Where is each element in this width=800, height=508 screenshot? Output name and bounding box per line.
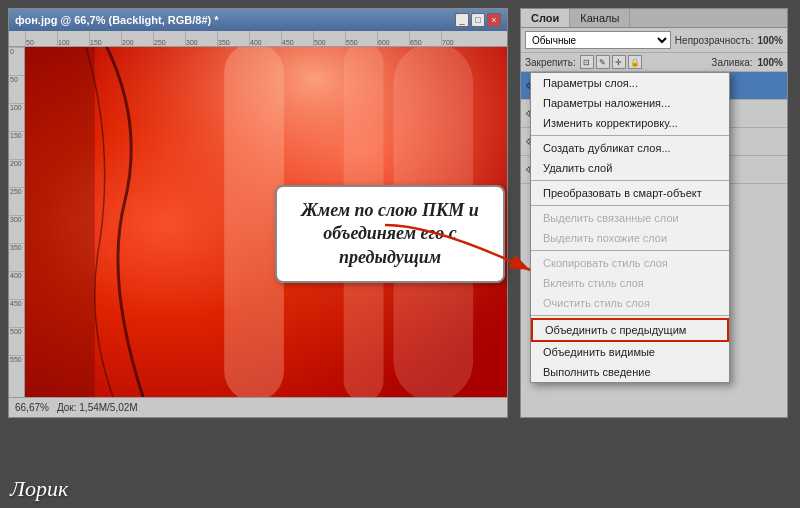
ctx-merge-down[interactable]: Объединить с предыдущим bbox=[531, 318, 729, 342]
lock-position-icon[interactable]: ✛ bbox=[612, 55, 626, 69]
v-mark: 0 bbox=[9, 47, 24, 75]
doc-info: Док: 1,54М/5,02М bbox=[57, 402, 138, 413]
v-mark: 300 bbox=[9, 215, 24, 243]
lock-all-icon[interactable]: 🔒 bbox=[628, 55, 642, 69]
v-mark: 350 bbox=[9, 243, 24, 271]
ruler-mark: 200 bbox=[121, 31, 153, 47]
v-mark: 200 bbox=[9, 159, 24, 187]
fill-label: Заливка: 100% bbox=[711, 57, 783, 68]
ruler-mark: 600 bbox=[377, 31, 409, 47]
ctx-duplicate[interactable]: Создать дубликат слоя... bbox=[531, 138, 729, 158]
v-mark: 100 bbox=[9, 103, 24, 131]
v-mark: 50 bbox=[9, 75, 24, 103]
ctx-smart-object[interactable]: Преобразовать в смарт-объект bbox=[531, 183, 729, 203]
ruler-mark: 450 bbox=[281, 31, 313, 47]
arrow-svg bbox=[375, 215, 575, 295]
lock-icons: ⊡ ✎ ✛ 🔒 bbox=[580, 55, 642, 69]
tab-channels[interactable]: Каналы bbox=[570, 9, 630, 27]
ruler-vertical: 0 50 100 150 200 250 300 350 400 450 500… bbox=[9, 47, 25, 397]
v-mark: 500 bbox=[9, 327, 24, 355]
v-mark: 550 bbox=[9, 355, 24, 383]
panel-tabs: Слои Каналы bbox=[521, 9, 787, 28]
tab-layers[interactable]: Слои bbox=[521, 9, 570, 27]
window-title: фон.jpg @ 66,7% (Backlight, RGB/8#) * bbox=[15, 14, 219, 26]
ruler-marks: 50 100 150 200 250 300 350 400 450 500 5… bbox=[25, 31, 473, 47]
minimize-button[interactable]: _ bbox=[455, 13, 469, 27]
ctx-flatten[interactable]: Выполнить сведение bbox=[531, 362, 729, 382]
ctx-divider-3 bbox=[531, 205, 729, 206]
maximize-button[interactable]: □ bbox=[471, 13, 485, 27]
opacity-label: Непрозрачность: bbox=[675, 35, 754, 46]
ctx-divider-1 bbox=[531, 135, 729, 136]
blend-mode-select[interactable]: Обычные bbox=[525, 31, 671, 49]
ruler-mark: 50 bbox=[25, 31, 57, 47]
close-button[interactable]: × bbox=[487, 13, 501, 27]
status-bar: 66,67% Док: 1,54М/5,02М bbox=[9, 397, 507, 417]
v-mark: 450 bbox=[9, 299, 24, 327]
ctx-divider-5 bbox=[531, 315, 729, 316]
ruler-mark: 350 bbox=[217, 31, 249, 47]
blend-controls: Обычные Непрозрачность: 100% bbox=[521, 28, 787, 53]
ctx-divider-2 bbox=[531, 180, 729, 181]
opacity-value: 100% bbox=[757, 35, 783, 46]
ruler-mark: 650 bbox=[409, 31, 441, 47]
lock-label: Закрепить: bbox=[525, 57, 576, 68]
v-mark: 400 bbox=[9, 271, 24, 299]
ctx-layer-options[interactable]: Параметры слоя... bbox=[531, 73, 729, 93]
lock-transparency-icon[interactable]: ⊡ bbox=[580, 55, 594, 69]
v-mark: 150 bbox=[9, 131, 24, 159]
titlebar: фон.jpg @ 66,7% (Backlight, RGB/8#) * _ … bbox=[9, 9, 507, 31]
lock-paint-icon[interactable]: ✎ bbox=[596, 55, 610, 69]
zoom-level: 66,67% bbox=[15, 402, 49, 413]
ruler-mark: 250 bbox=[153, 31, 185, 47]
lock-row: Закрепить: ⊡ ✎ ✛ 🔒 Заливка: 100% bbox=[521, 53, 787, 72]
v-mark: 250 bbox=[9, 187, 24, 215]
ruler-mark: 700 bbox=[441, 31, 473, 47]
ctx-delete[interactable]: Удалить слой bbox=[531, 158, 729, 178]
ctx-blending-options[interactable]: Параметры наложения... bbox=[531, 93, 729, 113]
window-controls: _ □ × bbox=[455, 13, 501, 27]
ruler-mark: 150 bbox=[89, 31, 121, 47]
ctx-clear-style[interactable]: Очистить стиль слоя bbox=[531, 293, 729, 313]
ruler-mark: 300 bbox=[185, 31, 217, 47]
ruler-mark: 100 bbox=[57, 31, 89, 47]
ruler-horizontal: 50 100 150 200 250 300 350 400 450 500 5… bbox=[9, 31, 507, 47]
svg-rect-6 bbox=[25, 47, 95, 397]
ruler-mark: 400 bbox=[249, 31, 281, 47]
ctx-merge-visible[interactable]: Объединить видимые bbox=[531, 342, 729, 362]
ruler-mark: 550 bbox=[345, 31, 377, 47]
ruler-mark: 500 bbox=[313, 31, 345, 47]
watermark: Лорик bbox=[10, 476, 68, 502]
ctx-edit-adjustment[interactable]: Изменить корректировку... bbox=[531, 113, 729, 133]
